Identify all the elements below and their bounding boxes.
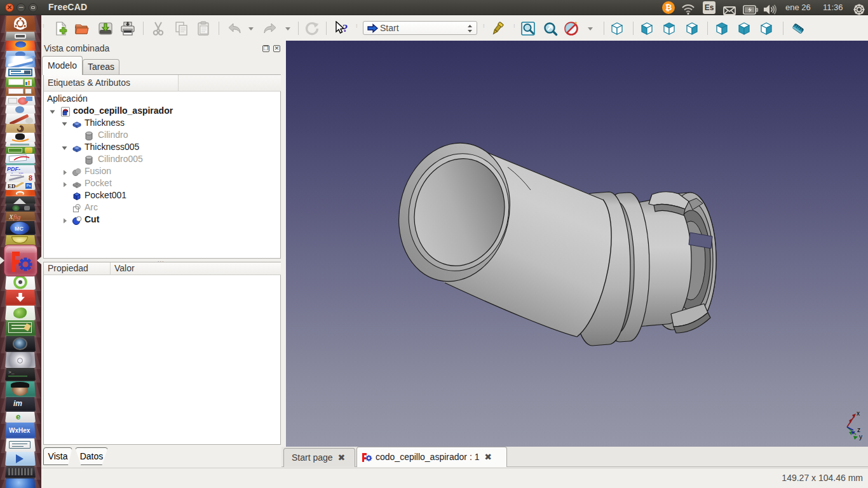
svg-text:?: ? [342,22,348,34]
svg-text:x: x [857,410,860,417]
svg-text:z: z [857,426,860,433]
svg-text:y: y [859,433,862,440]
